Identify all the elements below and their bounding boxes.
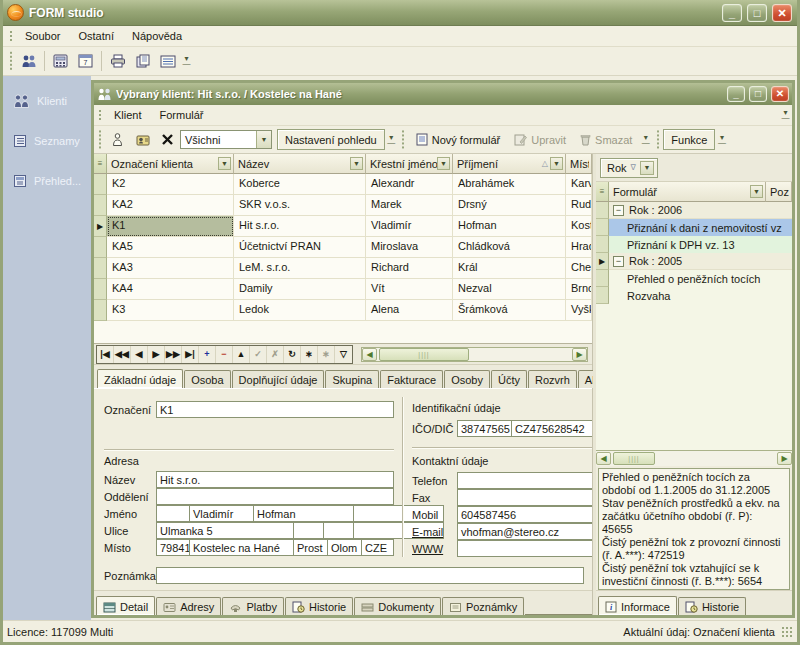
table-row-selected[interactable]: ▶ K1 Hit s.r.o. Vladimír Hofman Kost xyxy=(94,216,592,237)
cell[interactable]: SKR v.o.s. xyxy=(234,195,366,216)
cell[interactable]: Cheb xyxy=(566,258,592,279)
nazev-input[interactable]: Hit s.r.o. xyxy=(156,471,394,488)
filter-combobox[interactable]: Všichni ▼ xyxy=(180,130,272,149)
tree-item-row-selected[interactable]: Přiznání k dani z nemovitostí vz xyxy=(596,219,792,236)
psc-input[interactable]: 79841 xyxy=(156,539,190,556)
row-indicator[interactable] xyxy=(94,195,107,216)
table-row[interactable]: KA3 LeM. s.r.o. Richard Král Cheb xyxy=(94,258,592,279)
nav-filter-icon[interactable]: ▽ xyxy=(335,346,352,363)
nav-post-icon[interactable]: ✓ xyxy=(250,346,267,363)
minimize-button[interactable]: _ xyxy=(722,4,742,22)
tab-platby[interactable]: Platby xyxy=(222,597,284,615)
forms-button[interactable]: 7 xyxy=(73,49,98,73)
toolbar-overflow-icon[interactable]: ▾— xyxy=(639,129,652,151)
toolbar-grip[interactable] xyxy=(401,130,406,149)
stat-input[interactable]: CZE xyxy=(362,539,394,556)
cell[interactable]: Vyšk xyxy=(566,300,592,321)
client-close-button[interactable]: ✕ xyxy=(771,86,789,102)
scroll-right-icon[interactable]: ▶ xyxy=(777,452,792,465)
tree-group-row-current[interactable]: ▶ − Rok : 2005 xyxy=(596,253,792,270)
column-header-formular[interactable]: Formulář ▼ xyxy=(609,182,766,202)
forms-horizontal-scrollbar[interactable]: ◀ |||| ▶ xyxy=(596,450,792,466)
tab-skupina[interactable]: Skupina xyxy=(325,370,379,388)
scroll-thumb[interactable]: |||| xyxy=(379,348,469,361)
cell[interactable]: Hofman xyxy=(453,216,566,237)
fax-input[interactable] xyxy=(457,489,592,506)
row-indicator[interactable] xyxy=(596,236,609,253)
menu-klient[interactable]: Klient xyxy=(105,107,151,123)
table-row[interactable]: K2 Koberce Alexandr Abrahámek Karv xyxy=(94,174,592,195)
list-button[interactable] xyxy=(155,49,180,73)
cell[interactable]: KA4 xyxy=(107,279,234,300)
filter-dropdown-icon[interactable]: ▼ xyxy=(640,161,654,175)
cell[interactable]: Vít xyxy=(366,279,453,300)
column-header-misto[interactable]: Místo xyxy=(566,154,592,174)
tab-zakladni-udaje[interactable]: Základní údaje xyxy=(97,369,183,388)
row-indicator[interactable] xyxy=(596,202,609,219)
toolbar-grip[interactable] xyxy=(97,108,102,122)
ico-input[interactable]: 38747565 xyxy=(457,420,512,437)
column-header-nazev[interactable]: Název ▼ xyxy=(234,154,366,174)
ulice-extra2-input[interactable] xyxy=(324,522,354,539)
oznaceni-input[interactable]: K1 xyxy=(156,401,394,418)
table-row[interactable]: K3 Ledok Alena Šrámková Vyšk xyxy=(94,300,592,321)
nav-delete-icon[interactable]: − xyxy=(216,346,233,363)
cell[interactable]: Hrad xyxy=(566,237,592,258)
jmeno-title-input[interactable] xyxy=(156,505,190,522)
collapse-icon[interactable]: − xyxy=(613,256,624,267)
cell[interactable]: Rudn xyxy=(566,195,592,216)
row-indicator[interactable] xyxy=(94,300,107,321)
row-indicator[interactable] xyxy=(94,258,107,279)
nav-insert-icon[interactable]: + xyxy=(199,346,216,363)
cell[interactable]: K3 xyxy=(107,300,234,321)
delete-button[interactable]: Smazat xyxy=(573,129,639,151)
row-indicator[interactable] xyxy=(596,219,609,236)
oddeleni-input[interactable] xyxy=(156,488,394,505)
cell[interactable]: Účetnictví PRAN xyxy=(234,237,366,258)
clients-button[interactable] xyxy=(16,49,41,73)
nav-cancel-icon[interactable]: ✗ xyxy=(267,346,284,363)
cell[interactable]: Šrámková xyxy=(453,300,566,321)
jmeno-last-input[interactable]: Hofman xyxy=(254,505,354,522)
column-header-prijmeni[interactable]: Příjmení △ ▼ xyxy=(453,154,566,174)
tree-item-row[interactable]: Rozvaha xyxy=(596,287,792,304)
nav-edit-icon[interactable]: ▲ xyxy=(233,346,250,363)
tab-fakturace[interactable]: Fakturace xyxy=(380,370,443,388)
column-header-krestni-jmeno[interactable]: Křestní jméno ▼ xyxy=(366,154,453,174)
www-link[interactable]: WWW xyxy=(412,543,443,555)
cell[interactable]: Alena xyxy=(366,300,453,321)
dic-input[interactable]: CZ475628542 xyxy=(512,420,592,437)
cell[interactable]: Drsný xyxy=(453,195,566,216)
cell[interactable]: Brno xyxy=(566,279,592,300)
scroll-right-icon[interactable]: ▶ xyxy=(572,348,587,361)
maximize-button[interactable]: □ xyxy=(747,4,767,22)
filter-dropdown-icon[interactable]: ▼ xyxy=(350,157,363,170)
toolbar-overflow-icon[interactable]: ▾— xyxy=(180,50,193,72)
row-indicator[interactable] xyxy=(94,174,107,195)
cell[interactable]: Alexandr xyxy=(366,174,453,195)
toolbar-grip[interactable] xyxy=(655,130,660,149)
sidebar-item-prehled[interactable]: Přehled... xyxy=(3,168,91,194)
telefon-input[interactable] xyxy=(457,472,592,489)
cell[interactable]: Král xyxy=(453,258,566,279)
jmeno-first-input[interactable]: Vladimír xyxy=(190,505,254,522)
tab-osoby[interactable]: Osoby xyxy=(444,370,490,388)
client-maximize-button[interactable]: □ xyxy=(749,86,767,102)
cell[interactable]: Koberce xyxy=(234,174,366,195)
grid-corner-icon[interactable]: ≡ xyxy=(596,182,609,202)
column-header-poznamka[interactable]: Poz xyxy=(766,182,792,202)
nav-refresh-icon[interactable]: ↻ xyxy=(284,346,301,363)
tab-dokumenty[interactable]: Dokumenty xyxy=(354,597,441,615)
tab-osoba[interactable]: Osoba xyxy=(184,370,230,388)
row-indicator[interactable]: ▶ xyxy=(596,253,609,270)
menu-overflow-icon[interactable]: ▾— xyxy=(779,104,792,126)
grid-horizontal-scrollbar[interactable]: ◀ |||| ▶ xyxy=(361,347,588,362)
nav-next-icon[interactable]: ▶ xyxy=(148,346,165,363)
toolbar-overflow-icon[interactable]: ▾— xyxy=(715,129,728,151)
cell[interactable]: KA5 xyxy=(107,237,234,258)
cell[interactable]: Ledok xyxy=(234,300,366,321)
cell[interactable]: K1 xyxy=(107,216,234,237)
ulice-extra1-input[interactable] xyxy=(294,522,324,539)
table-row[interactable]: KA4 Damily Vít Nezval Brno xyxy=(94,279,592,300)
table-row[interactable]: KA5 Účetnictví PRAN Miroslava Chládková … xyxy=(94,237,592,258)
